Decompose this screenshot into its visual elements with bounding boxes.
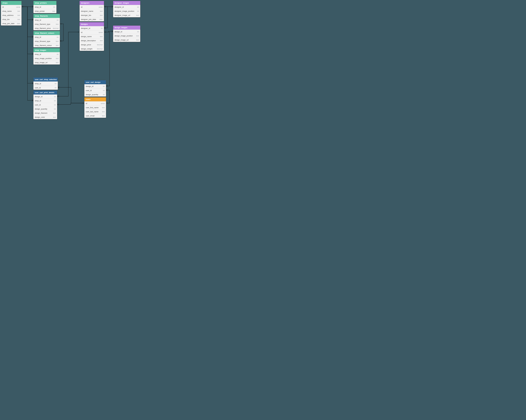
column-type: date [17, 23, 20, 25]
column-name: designer_id [114, 6, 124, 8]
column-type: text [100, 10, 103, 12]
table-header: shops [1, 1, 21, 5]
column-name: id [2, 6, 4, 8]
table-shop_filaments[interactable]: shop_filamentsshop_idintshop_filament_ty… [33, 14, 60, 30]
table-designer_images[interactable]: designer_imagesdesigner_idintdesigner_im… [113, 1, 140, 17]
table-row: idserial [1, 5, 21, 9]
table-designers[interactable]: designersidserialdesigner_nametextdesing… [80, 1, 104, 21]
column-name: shop_address [2, 14, 14, 16]
column-name: shop_image_url [35, 61, 48, 64]
table-header: user_cart_design [84, 80, 106, 84]
table-header: designers [80, 1, 104, 5]
table-header: shop_filament_colours [33, 31, 60, 35]
column-type: text [102, 111, 105, 113]
table-shops[interactable]: shopsidserialshop_nametextshop_addresste… [1, 1, 22, 26]
column-type: int [57, 53, 59, 55]
column-type: text [56, 44, 59, 46]
column-type: text [56, 40, 59, 42]
table-row: shop_filament_pricedecimal [33, 26, 60, 30]
column-type: int [57, 36, 59, 38]
table-shop_images[interactable]: shop_imagesshop_idintshop_image_position… [33, 48, 60, 65]
table-shop_filament_colours[interactable]: shop_filament_coloursshop_idintshop_film… [33, 31, 60, 48]
column-name: id [86, 102, 87, 104]
column-name: designer_name [81, 10, 93, 12]
table-user_cart_print_details[interactable]: user_cart_print_detailsdesign_idintshop_… [33, 90, 57, 119]
table-row: desinger_biotext [80, 13, 104, 17]
table-row: design_image_positiontext [113, 34, 140, 38]
table-user_cart_shop_selection[interactable]: user_cart_shop_selectionshop_idintuser_i… [33, 77, 58, 90]
column-name: user_email [86, 115, 94, 117]
table-row: shop_idint [33, 18, 60, 22]
table-row: design_pricedecimal [80, 43, 104, 47]
table-row: shop_biotext [1, 17, 21, 21]
column-name: shop_join_date [2, 22, 14, 25]
column-name: shop_image_position [35, 57, 52, 60]
column-type: int [54, 104, 56, 106]
column-type: decimal [97, 44, 103, 46]
column-name: desinger_bio [81, 14, 91, 16]
table-header: user_cart_print_details [33, 90, 57, 94]
column-name: shop_id [35, 83, 41, 85]
table-shop_printers[interactable]: shop_printersshop_idintshop_printertext [33, 1, 57, 13]
table-row: designer_join_datedate [80, 17, 104, 21]
column-name: id [81, 6, 82, 8]
column-name: shop_filament_type [35, 23, 50, 25]
column-type: text [102, 115, 105, 117]
table-row: user_first_nametext [84, 105, 106, 110]
column-name: designer_image_position [114, 10, 134, 12]
column-type: int [103, 85, 105, 87]
column-name: designer_join_date [81, 18, 96, 20]
column-type: text [56, 23, 59, 25]
column-name: shop_printer [35, 10, 45, 12]
table-users[interactable]: usersidserialuser_first_nametextuser_las… [84, 97, 106, 118]
column-type: serial [99, 31, 103, 33]
table-header: shop_images [33, 48, 60, 52]
column-name: shop_id [35, 6, 41, 8]
column-name: designer_image_url [114, 14, 130, 16]
column-type: decimal [97, 48, 103, 50]
table-row: user_idint [33, 103, 57, 107]
table-row: shop_idint [33, 5, 56, 9]
table-header: designer_images [113, 1, 140, 5]
column-name: shop_filmanet_type [35, 40, 50, 42]
column-name: design_image_url [114, 39, 129, 41]
table-row: shop_filmanet_typetext [33, 39, 60, 43]
table-row: user_idint [33, 86, 58, 90]
table-row: shop_image_positiontext [33, 56, 60, 60]
column-name: shop_id [35, 53, 41, 55]
table-row: shop_filament_colourtext [33, 43, 60, 47]
column-name: design_id [35, 96, 42, 98]
column-name: user_id [86, 90, 92, 91]
table-row: user_last_nametext [84, 110, 106, 114]
table-design_images[interactable]: design_imagesdesign_idintdesign_image_po… [113, 25, 140, 42]
column-name: shop_filament_colour [35, 44, 52, 46]
table-row: idserial [80, 30, 104, 34]
column-type: int [54, 96, 56, 98]
column-type: text [56, 62, 59, 64]
column-name: design_filament [35, 112, 47, 114]
column-type: text [136, 35, 139, 37]
column-type: int [54, 108, 56, 110]
table-row: shop_join_datedate [1, 21, 21, 25]
table-designs[interactable]: designsdesigner_idintidserialdesign_name… [80, 22, 104, 51]
table-row: user_idint [84, 88, 106, 92]
table-row: shop_printertext [33, 9, 56, 13]
column-type: date [100, 19, 103, 20]
table-row: shop_idint [33, 99, 57, 103]
table-row: design_colortext [33, 115, 57, 119]
column-name: user_id [35, 104, 41, 106]
column-name: user_id [35, 87, 41, 89]
column-name: design_quantity [86, 93, 98, 96]
table-header: designs [80, 22, 104, 26]
column-type: int [137, 10, 139, 12]
column-type: text [102, 107, 105, 109]
table-row: designer_nametext [80, 9, 104, 13]
column-name: id [81, 31, 82, 33]
column-name: shop_id [35, 100, 41, 102]
column-type: int [103, 90, 105, 91]
table-row: design_nametext [80, 34, 104, 39]
column-type: decimal [53, 27, 59, 29]
table-row: shop_image_urltext [33, 60, 60, 64]
table-user_cart_design[interactable]: user_cart_designdesign_idintuser_idintde… [84, 80, 106, 97]
table-row: design_idint [113, 30, 140, 34]
